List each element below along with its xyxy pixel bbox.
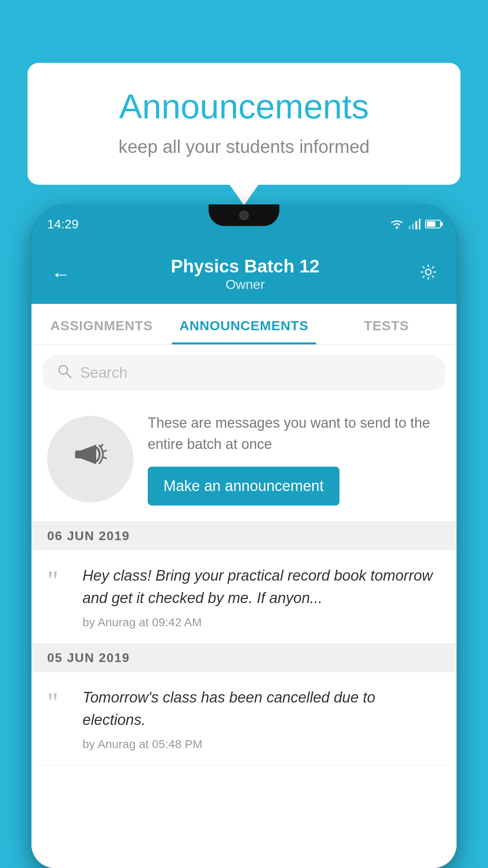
search-bar[interactable]: Search [42, 355, 446, 391]
bubble-title: Announcements [59, 86, 429, 127]
phone-content: ← Physics Batch 12 Owner ASSIGNMENTS ANN… [31, 244, 457, 868]
announcement-item-1: " Hey class! Bring your practical record… [31, 550, 457, 644]
announcement-text-2: Tomorrow's class has been cancelled due … [83, 686, 441, 731]
bubble-subtitle: keep all your students informed [59, 136, 429, 157]
announcement-content-1: Hey class! Bring your practical record b… [83, 565, 441, 629]
battery-icon [425, 220, 441, 228]
wifi-icon [390, 219, 404, 230]
search-icon [57, 363, 72, 383]
header-title-group: Physics Batch 12 Owner [171, 256, 319, 292]
tab-tests[interactable]: TESTS [316, 304, 457, 344]
status-bar: 14:29 [31, 204, 457, 244]
quote-icon-1: " [47, 567, 71, 594]
tabs-container: ASSIGNMENTS ANNOUNCEMENTS TESTS [31, 304, 457, 345]
svg-line-6 [103, 451, 106, 452]
svg-line-3 [66, 373, 71, 378]
announcement-meta-1: by Anurag at 09:42 AM [83, 616, 441, 629]
announcement-meta-2: by Anurag at 05:48 PM [83, 737, 441, 751]
date-divider-1: 06 JUN 2019 [31, 522, 457, 550]
search-placeholder: Search [80, 364, 127, 381]
phone-notch [209, 204, 279, 226]
make-announcement-button[interactable]: Make an announcement [148, 467, 339, 506]
app-header: ← Physics Batch 12 Owner [31, 244, 457, 304]
phone-camera [239, 211, 249, 220]
megaphone-icon [69, 433, 112, 485]
megaphone-circle [47, 416, 134, 502]
speech-bubble: Announcements keep all your students inf… [28, 63, 460, 185]
status-time: 14:29 [47, 217, 79, 232]
header-title: Physics Batch 12 [171, 256, 319, 277]
speech-bubble-container: Announcements keep all your students inf… [28, 63, 460, 185]
announcement-text-1: Hey class! Bring your practical record b… [83, 565, 441, 609]
quote-icon-2: " [47, 689, 71, 716]
svg-line-5 [101, 445, 103, 447]
promo-description: These are messages you want to send to t… [148, 412, 441, 455]
announcement-content-2: Tomorrow's class has been cancelled due … [83, 686, 441, 751]
tab-announcements[interactable]: ANNOUNCEMENTS [172, 304, 316, 344]
svg-line-7 [103, 457, 106, 458]
back-button[interactable]: ← [47, 259, 75, 289]
svg-point-0 [396, 226, 398, 229]
header-subtitle: Owner [171, 277, 319, 292]
svg-rect-4 [75, 451, 81, 458]
gear-icon [420, 263, 437, 281]
status-icons [390, 219, 441, 230]
content-area: Search [31, 345, 457, 868]
phone-frame: 14:29 ← [31, 204, 457, 868]
signal-icon [409, 219, 420, 230]
announcement-item-2: " Tomorrow's class has been cancelled du… [31, 672, 457, 765]
promo-content: These are messages you want to send to t… [148, 412, 441, 506]
tab-assignments[interactable]: ASSIGNMENTS [31, 304, 172, 344]
settings-button[interactable] [416, 259, 441, 289]
svg-point-1 [426, 269, 431, 275]
announcement-promo: These are messages you want to send to t… [31, 401, 457, 522]
date-divider-2: 05 JUN 2019 [31, 644, 457, 672]
